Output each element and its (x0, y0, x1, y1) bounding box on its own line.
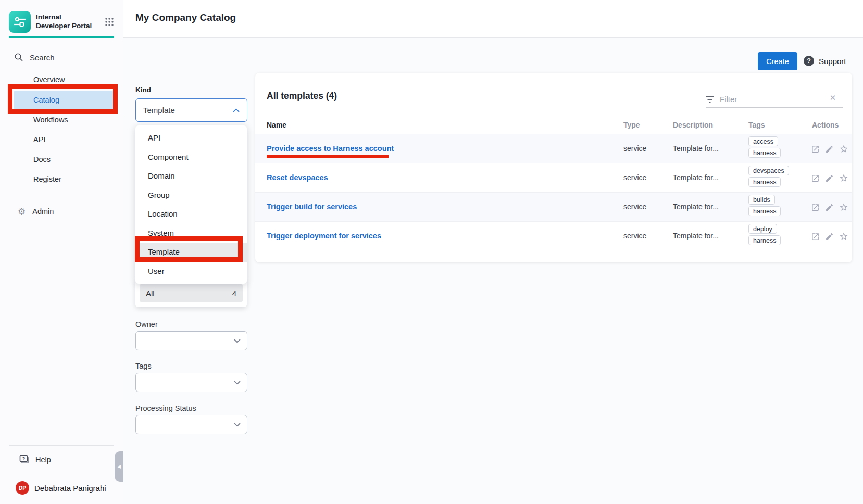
column-header-actions: Actions (812, 121, 839, 129)
tag-chip: harness (748, 177, 781, 187)
portal-logo-icon (9, 11, 31, 33)
star-icon[interactable] (839, 232, 848, 241)
kind-option-user[interactable]: User (135, 262, 247, 281)
cell-type: service (623, 144, 646, 153)
kind-count-all[interactable]: All 4 (140, 284, 243, 302)
open-in-new-icon[interactable] (811, 203, 820, 212)
tag-chip: access (748, 136, 778, 146)
support-button[interactable]: ? Support (804, 56, 846, 66)
cell-actions (811, 163, 848, 193)
cell-description: Template for... (673, 144, 719, 153)
tags-label: Tags (135, 362, 152, 370)
kind-option-domain[interactable]: Domain (135, 167, 247, 186)
cell-tags: deploy harness (748, 224, 781, 245)
cell-description: Template for... (673, 232, 719, 240)
kind-option-component[interactable]: Component (135, 148, 247, 167)
user-name: Debabrata Panigrahi (34, 484, 106, 493)
sidebar-item-docs[interactable]: Docs (14, 150, 113, 169)
sidebar-item-register[interactable]: Register (14, 170, 113, 188)
templates-card: All templates (4) ✕ Name Type Descriptio… (255, 73, 852, 262)
sidebar-item-workflows[interactable]: Workflows (14, 110, 113, 129)
table-row: Trigger build for services service Templ… (255, 193, 852, 222)
user-menu[interactable]: DP Debabrata Panigrahi (16, 480, 120, 496)
owner-select[interactable] (135, 331, 247, 350)
tag-chip: builds (748, 195, 775, 205)
cell-tags: access harness (748, 136, 781, 158)
admin-label: Admin (32, 207, 54, 216)
sidebar-collapse-handle[interactable]: ◀ (115, 451, 123, 482)
chevron-down-icon (234, 423, 241, 427)
kind-select-value: Template (143, 106, 175, 115)
column-header-description: Description (673, 121, 713, 129)
template-link[interactable]: Trigger build for services (267, 203, 357, 211)
processing-status-label: Processing Status (135, 404, 196, 412)
tag-chip: harness (748, 148, 781, 158)
table-row: Reset devspaces service Template for... … (255, 163, 852, 193)
tags-select[interactable] (135, 373, 247, 392)
template-link[interactable]: Provide access to Harness account (267, 144, 394, 153)
kind-dropdown-menu: API Component Domain Group Location Syst… (135, 125, 247, 284)
brand-divider (9, 36, 114, 38)
templates-card-title: All templates (4) (267, 91, 337, 102)
star-icon[interactable] (839, 173, 848, 183)
cell-tags: builds harness (748, 195, 781, 216)
cell-actions (811, 134, 848, 163)
sidebar-item-api[interactable]: API (14, 130, 113, 149)
edit-pencil-icon[interactable] (825, 203, 834, 212)
column-header-name: Name (267, 121, 286, 129)
create-button[interactable]: Create (758, 52, 797, 70)
avatar: DP (16, 481, 29, 495)
table-row: Provide access to Harness account servic… (255, 134, 852, 163)
chevron-down-icon (234, 339, 241, 343)
table-filter-input[interactable] (720, 92, 821, 106)
gear-icon: ⚙ (18, 206, 26, 217)
tag-chip: deploy (748, 224, 777, 234)
search-label: Search (30, 53, 55, 62)
edit-pencil-icon[interactable] (825, 145, 834, 154)
column-header-type: Type (623, 121, 640, 129)
table-row: Trigger deployment for services service … (255, 222, 852, 251)
apps-grid-icon[interactable] (105, 17, 114, 27)
annotation-underline-template-name (267, 155, 389, 158)
table-body: Provide access to Harness account servic… (255, 134, 852, 251)
template-link[interactable]: Reset devspaces (267, 173, 328, 182)
kind-option-group[interactable]: Group (135, 186, 247, 205)
cell-actions (811, 193, 848, 222)
open-in-new-icon[interactable] (811, 174, 820, 183)
kind-counts-panel: All 4 (135, 280, 247, 307)
table-header-row: Name Type Description Tags Actions (255, 121, 852, 134)
sidebar-item-overview[interactable]: Overview (14, 70, 113, 89)
sidebar-item-admin[interactable]: ⚙ Admin (14, 202, 113, 221)
clear-filter-icon[interactable]: ✕ (827, 92, 839, 104)
template-link[interactable]: Trigger deployment for services (267, 232, 381, 240)
help-label: Help (35, 456, 51, 464)
cell-tags: devspaces harness (748, 166, 789, 187)
help-chat-icon: ? (19, 455, 30, 465)
edit-pencil-icon[interactable] (825, 174, 834, 183)
cell-actions (811, 222, 848, 251)
count-all-label: All (146, 289, 155, 298)
app-title: Internal Developer Portal (36, 13, 93, 31)
star-icon[interactable] (839, 203, 848, 212)
cell-type: service (623, 203, 646, 211)
open-in-new-icon[interactable] (811, 145, 820, 154)
tag-chip: devspaces (748, 166, 789, 175)
sidebar-search[interactable]: Search (14, 49, 113, 66)
processing-status-select[interactable] (135, 415, 247, 434)
logo-row: Internal Developer Portal (9, 10, 114, 34)
star-icon[interactable] (839, 144, 848, 154)
kind-option-api[interactable]: API (135, 129, 247, 148)
kind-label: Kind (135, 86, 151, 94)
chevron-down-icon (234, 381, 241, 385)
edit-pencil-icon[interactable] (825, 232, 834, 241)
chevron-up-icon (233, 108, 240, 112)
sidebar-item-catalog[interactable]: Catalog (14, 91, 113, 109)
sidebar-item-help[interactable]: ? Help (19, 452, 112, 468)
sidebar: Internal Developer Portal Search Overvie… (0, 0, 123, 504)
kind-option-location[interactable]: Location (135, 205, 247, 224)
kind-option-template[interactable]: Template (135, 243, 247, 262)
page-header: My Company Catalog (123, 0, 863, 38)
kind-select[interactable]: Template (135, 98, 247, 122)
kind-option-system[interactable]: System (135, 224, 247, 243)
open-in-new-icon[interactable] (811, 232, 820, 241)
